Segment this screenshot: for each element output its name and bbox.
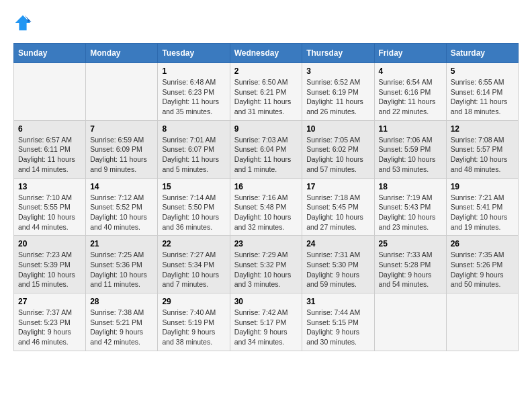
- day-info: Sunrise: 7:19 AMSunset: 5:43 PMDaylight:…: [379, 193, 442, 232]
- sunrise: Sunrise: 7:21 AM: [451, 193, 514, 203]
- sunset: Sunset: 5:26 PM: [451, 260, 514, 270]
- day-info: Sunrise: 7:16 AMSunset: 5:48 PMDaylight:…: [234, 193, 298, 232]
- daylight: Daylight: 9 hours and 50 minutes.: [451, 270, 514, 289]
- sunrise: Sunrise: 7:38 AM: [90, 308, 153, 318]
- calendar-cell: 10Sunrise: 7:05 AMSunset: 6:02 PMDayligh…: [302, 120, 374, 178]
- calendar-cell: 18Sunrise: 7:19 AMSunset: 5:43 PMDayligh…: [374, 178, 446, 236]
- sunset: Sunset: 6:14 PM: [451, 87, 514, 97]
- day-number: 11: [379, 124, 442, 134]
- day-header: Tuesday: [158, 44, 230, 63]
- calendar-cell: 15Sunrise: 7:14 AMSunset: 5:50 PMDayligh…: [158, 178, 230, 236]
- calendar-cell: 9Sunrise: 7:03 AMSunset: 6:04 PMDaylight…: [230, 120, 302, 178]
- day-info: Sunrise: 7:42 AMSunset: 5:17 PMDaylight:…: [234, 308, 298, 347]
- day-info: Sunrise: 7:18 AMSunset: 5:45 PMDaylight:…: [306, 193, 369, 232]
- sunrise: Sunrise: 6:59 AM: [90, 135, 153, 145]
- sunset: Sunset: 5:39 PM: [18, 260, 81, 270]
- daylight: Daylight: 11 hours and 31 minutes.: [234, 97, 298, 116]
- day-number: 10: [306, 124, 369, 134]
- sunrise: Sunrise: 7:23 AM: [18, 250, 81, 260]
- calendar-cell: 5Sunrise: 6:55 AMSunset: 6:14 PMDaylight…: [446, 63, 518, 121]
- day-number: 22: [162, 239, 225, 248]
- daylight: Daylight: 10 hours and 19 minutes.: [451, 212, 514, 232]
- sunset: Sunset: 5:59 PM: [379, 144, 442, 154]
- calendar-cell: 2Sunrise: 6:50 AMSunset: 6:21 PMDaylight…: [230, 63, 302, 121]
- day-number: 15: [162, 182, 225, 191]
- sunrise: Sunrise: 6:57 AM: [18, 135, 81, 145]
- sunset: Sunset: 6:07 PM: [162, 144, 225, 154]
- sunrise: Sunrise: 6:52 AM: [306, 77, 369, 87]
- sunset: Sunset: 5:23 PM: [18, 318, 81, 328]
- calendar-table: SundayMondayTuesdayWednesdayThursdayFrid…: [13, 43, 519, 351]
- sunrise: Sunrise: 7:03 AM: [234, 135, 298, 145]
- day-number: 17: [306, 182, 369, 191]
- daylight: Daylight: 10 hours and 27 minutes.: [306, 212, 369, 232]
- sunrise: Sunrise: 7:10 AM: [18, 193, 81, 203]
- daylight: Daylight: 10 hours and 36 minutes.: [162, 212, 225, 232]
- day-info: Sunrise: 6:57 AMSunset: 6:11 PMDaylight:…: [18, 135, 81, 175]
- sunset: Sunset: 6:19 PM: [306, 87, 369, 97]
- sunrise: Sunrise: 7:31 AM: [306, 250, 369, 260]
- week-row: 27Sunrise: 7:37 AMSunset: 5:23 PMDayligh…: [14, 293, 519, 351]
- day-number: 23: [234, 239, 298, 248]
- calendar-cell: 19Sunrise: 7:21 AMSunset: 5:41 PMDayligh…: [446, 178, 518, 236]
- day-header: Friday: [374, 44, 446, 63]
- day-info: Sunrise: 7:35 AMSunset: 5:26 PMDaylight:…: [451, 250, 514, 289]
- daylight: Daylight: 11 hours and 18 minutes.: [451, 97, 514, 116]
- header-row: SundayMondayTuesdayWednesdayThursdayFrid…: [14, 44, 519, 63]
- sunset: Sunset: 6:23 PM: [162, 87, 225, 97]
- day-number: 24: [306, 239, 369, 248]
- calendar-cell: 30Sunrise: 7:42 AMSunset: 5:17 PMDayligh…: [230, 293, 302, 351]
- day-number: 2: [234, 66, 298, 76]
- sunset: Sunset: 6:11 PM: [18, 144, 81, 154]
- sunrise: Sunrise: 7:25 AM: [90, 250, 153, 260]
- sunrise: Sunrise: 7:33 AM: [379, 250, 442, 260]
- daylight: Daylight: 10 hours and 40 minutes.: [90, 212, 153, 232]
- daylight: Daylight: 10 hours and 44 minutes.: [18, 212, 81, 232]
- sunset: Sunset: 5:17 PM: [234, 318, 298, 328]
- day-info: Sunrise: 7:37 AMSunset: 5:23 PMDaylight:…: [18, 308, 81, 347]
- sunset: Sunset: 5:57 PM: [451, 144, 514, 154]
- calendar-cell: 21Sunrise: 7:25 AMSunset: 5:36 PMDayligh…: [86, 236, 158, 293]
- day-header: Sunday: [14, 44, 86, 63]
- day-number: 14: [90, 182, 153, 191]
- day-info: Sunrise: 7:06 AMSunset: 5:59 PMDaylight:…: [379, 135, 442, 175]
- day-number: 9: [234, 124, 298, 134]
- sunrise: Sunrise: 7:29 AM: [234, 250, 298, 260]
- daylight: Daylight: 11 hours and 1 minute.: [234, 154, 298, 174]
- day-info: Sunrise: 6:59 AMSunset: 6:09 PMDaylight:…: [90, 135, 153, 175]
- day-number: 12: [451, 124, 514, 134]
- day-info: Sunrise: 6:48 AMSunset: 6:23 PMDaylight:…: [162, 77, 225, 117]
- day-number: 7: [90, 124, 153, 134]
- calendar-cell: [86, 63, 158, 121]
- sunrise: Sunrise: 7:12 AM: [90, 193, 153, 203]
- day-number: 4: [379, 66, 442, 76]
- day-info: Sunrise: 7:01 AMSunset: 6:07 PMDaylight:…: [162, 135, 225, 175]
- calendar-cell: 8Sunrise: 7:01 AMSunset: 6:07 PMDaylight…: [158, 120, 230, 178]
- day-info: Sunrise: 7:05 AMSunset: 6:02 PMDaylight:…: [306, 135, 369, 175]
- calendar-cell: 17Sunrise: 7:18 AMSunset: 5:45 PMDayligh…: [302, 178, 374, 236]
- week-row: 1Sunrise: 6:48 AMSunset: 6:23 PMDaylight…: [14, 63, 519, 121]
- day-number: 25: [379, 239, 442, 248]
- sunrise: Sunrise: 7:01 AM: [162, 135, 225, 145]
- calendar-cell: 7Sunrise: 6:59 AMSunset: 6:09 PMDaylight…: [86, 120, 158, 178]
- daylight: Daylight: 10 hours and 3 minutes.: [234, 270, 298, 289]
- calendar-cell: 20Sunrise: 7:23 AMSunset: 5:39 PMDayligh…: [14, 236, 86, 293]
- sunrise: Sunrise: 7:08 AM: [451, 135, 514, 145]
- sunset: Sunset: 5:34 PM: [162, 260, 225, 270]
- sunrise: Sunrise: 7:19 AM: [379, 193, 442, 203]
- daylight: Daylight: 11 hours and 14 minutes.: [18, 154, 81, 174]
- day-number: 20: [18, 239, 81, 248]
- svg-marker-0: [15, 15, 30, 30]
- calendar-cell: 26Sunrise: 7:35 AMSunset: 5:26 PMDayligh…: [446, 236, 518, 293]
- sunset: Sunset: 5:21 PM: [90, 318, 153, 328]
- calendar-cell: 28Sunrise: 7:38 AMSunset: 5:21 PMDayligh…: [86, 293, 158, 351]
- day-info: Sunrise: 6:50 AMSunset: 6:21 PMDaylight:…: [234, 77, 298, 117]
- day-info: Sunrise: 6:54 AMSunset: 6:16 PMDaylight:…: [379, 77, 442, 117]
- sunrise: Sunrise: 7:35 AM: [451, 250, 514, 260]
- sunset: Sunset: 5:50 PM: [162, 202, 225, 212]
- calendar-cell: 22Sunrise: 7:27 AMSunset: 5:34 PMDayligh…: [158, 236, 230, 293]
- sunset: Sunset: 5:30 PM: [306, 260, 369, 270]
- daylight: Daylight: 9 hours and 38 minutes.: [162, 327, 225, 347]
- daylight: Daylight: 11 hours and 35 minutes.: [162, 97, 225, 116]
- calendar-cell: 25Sunrise: 7:33 AMSunset: 5:28 PMDayligh…: [374, 236, 446, 293]
